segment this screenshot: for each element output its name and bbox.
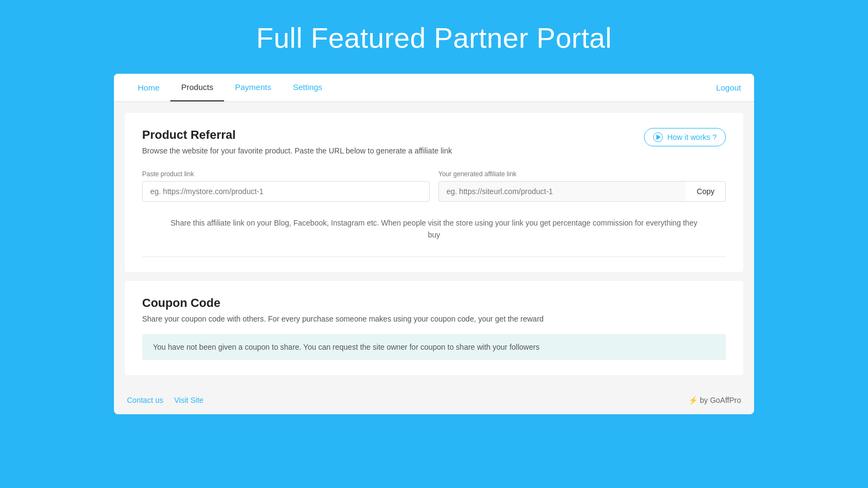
tab-payments[interactable]: Payments: [224, 74, 282, 101]
logout-button[interactable]: Logout: [716, 83, 741, 92]
coupon-code-subtitle: Share your coupon code with others. For …: [142, 314, 726, 323]
share-text: Share this affiliate link on your Blog, …: [142, 213, 726, 246]
product-referral-title: Product Referral: [142, 128, 452, 142]
product-referral-subtitle: Browse the website for your favorite pro…: [142, 146, 452, 155]
affiliate-link-label: Your generated affiliate link: [438, 170, 726, 178]
link-inputs-row: Paste product link Your generated affili…: [142, 170, 726, 202]
coupon-notice: You have not been given a coupon to shar…: [142, 334, 726, 360]
copy-button[interactable]: Copy: [686, 181, 726, 202]
footer-brand: ⚡ by GoAffPro: [688, 396, 741, 404]
how-it-works-button[interactable]: How it works ?: [644, 128, 726, 146]
card-header-row: Product Referral Browse the website for …: [142, 128, 726, 166]
tab-products[interactable]: Products: [170, 74, 224, 101]
coupon-code-card: Coupon Code Share your coupon code with …: [125, 281, 743, 375]
tab-home[interactable]: Home: [127, 74, 170, 101]
portal-container: Home Products Payments Settings Logout P…: [114, 74, 754, 414]
nav-tabs: Home Products Payments Settings: [127, 74, 333, 101]
paste-link-input[interactable]: [142, 181, 430, 202]
main-content: Product Referral Browse the website for …: [114, 102, 754, 386]
product-referral-card: Product Referral Browse the website for …: [125, 113, 743, 272]
coupon-code-title: Coupon Code: [142, 296, 726, 310]
paste-link-label: Paste product link: [142, 170, 430, 178]
brand-text: by GoAffPro: [700, 396, 741, 404]
lightning-icon: ⚡: [688, 396, 698, 404]
footer: Contact us Visit Site ⚡ by GoAffPro: [114, 386, 754, 414]
visit-site-link[interactable]: Visit Site: [174, 396, 203, 404]
nav-bar: Home Products Payments Settings Logout: [114, 74, 754, 102]
divider: [142, 256, 726, 257]
play-icon: [653, 132, 663, 142]
affiliate-link-group: Your generated affiliate link Copy: [438, 170, 726, 202]
paste-link-group: Paste product link: [142, 170, 430, 202]
affiliate-input-wrap: Copy: [438, 181, 726, 202]
contact-us-link[interactable]: Contact us: [127, 396, 163, 404]
how-it-works-label: How it works ?: [667, 133, 717, 142]
hero-title: Full Featured Partner Portal: [256, 0, 612, 74]
tab-settings[interactable]: Settings: [282, 74, 333, 101]
affiliate-link-input[interactable]: [438, 181, 686, 202]
